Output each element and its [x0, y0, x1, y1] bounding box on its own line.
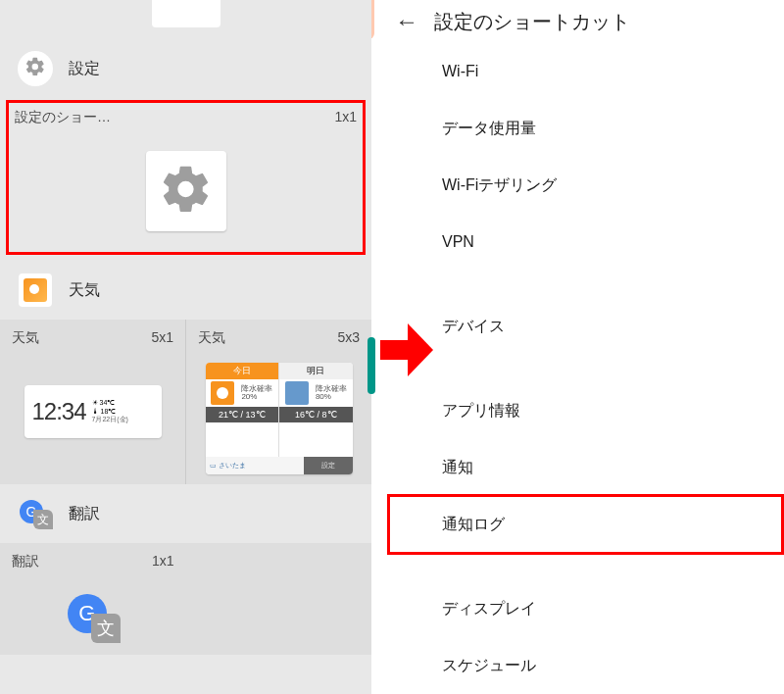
- section-title-translate: 翻訳: [69, 504, 100, 524]
- clock-date: 7月22日(金): [92, 416, 128, 423]
- page-title: 設定のショートカット: [434, 9, 630, 35]
- widget-size-weather1: 5x1: [151, 329, 173, 347]
- shortcut-item-device[interactable]: デバイス: [442, 298, 776, 355]
- shortcut-item-wifi[interactable]: Wi-Fi: [442, 43, 776, 100]
- scroll-handle[interactable]: [368, 337, 375, 394]
- widget-size-weather2: 5x3: [337, 329, 360, 347]
- translate-app-icon: G 文: [18, 496, 53, 531]
- prev-widget-stub: [0, 0, 371, 39]
- back-button[interactable]: ←: [387, 2, 426, 41]
- shortcut-item-notification-log[interactable]: 通知ログ: [389, 496, 782, 553]
- sun-icon: ☀: [92, 399, 98, 407]
- cloud-icon: [285, 381, 309, 405]
- day-tomorrow: 明日: [279, 363, 353, 379]
- guide-arrow-icon: [380, 323, 433, 376]
- today-temps: 21℃ / 13℃: [206, 407, 279, 422]
- weather-widget-5x1[interactable]: 天気 5x1 12:34 ☀34℃ 🌡18℃ 7月22日(金): [0, 320, 185, 484]
- shortcut-item-app-info[interactable]: アプリ情報: [442, 382, 776, 439]
- day-today: 今日: [206, 363, 279, 379]
- shortcut-item-notifications[interactable]: 通知: [442, 439, 776, 496]
- gear-icon: [24, 56, 46, 81]
- widget-label-translate: 翻訳: [12, 553, 39, 570]
- shortcut-picker-panel: ← 設定のショートカット Wi-Fi データ使用量 Wi-Fiテザリング VPN…: [371, 0, 784, 694]
- shortcut-item-vpn[interactable]: VPN: [442, 214, 776, 271]
- section-weather[interactable]: 天気: [0, 261, 371, 320]
- widget-size-translate: 1x1: [152, 553, 174, 570]
- highlight-settings-widget: 設定のショー… 1x1: [6, 100, 366, 255]
- widget-label-weather2: 天気: [198, 329, 225, 347]
- translate-icon: G 文: [66, 590, 121, 645]
- widget-picker-panel: 設定 設定のショー… 1x1 天気 天気 5x1 12:34: [0, 0, 371, 694]
- weather-widget-5x3[interactable]: 天気 5x3 今日 降水確率20% 21℃ / 13℃ 明日 降水確率80%: [186, 320, 371, 484]
- settings-shortcut-widget[interactable]: [15, 142, 357, 240]
- weather-app-icon: [19, 273, 52, 307]
- shortcut-item-tethering[interactable]: Wi-Fiテザリング: [442, 157, 776, 214]
- shortcut-item-schedule[interactable]: スケジュール: [442, 637, 776, 694]
- gear-icon: [159, 162, 214, 221]
- tomorrow-temps: 16℃ / 8℃: [279, 407, 353, 422]
- shortcut-item-display[interactable]: ディスプレイ: [442, 580, 776, 637]
- widget-label-weather1: 天気: [12, 329, 39, 347]
- translate-widget[interactable]: 翻訳 1x1 G 文: [0, 543, 186, 655]
- section-settings[interactable]: 設定: [0, 39, 371, 98]
- section-title-settings: 設定: [69, 59, 100, 79]
- widget-label-settings: 設定のショー…: [15, 109, 111, 126]
- section-translate[interactable]: G 文 翻訳: [0, 484, 371, 543]
- arrow-left-icon: ←: [395, 8, 418, 35]
- section-title-weather: 天気: [69, 280, 100, 301]
- clock-time: 12:34: [32, 398, 86, 425]
- sun-icon: [211, 381, 234, 405]
- weather-location: ▭さいたま: [206, 457, 304, 474]
- shortcut-item-data-usage[interactable]: データ使用量: [442, 100, 776, 157]
- widget-size-settings: 1x1: [334, 109, 357, 126]
- temp-icon: 🌡: [92, 408, 99, 416]
- weather-settings-btn[interactable]: 設定: [304, 457, 353, 474]
